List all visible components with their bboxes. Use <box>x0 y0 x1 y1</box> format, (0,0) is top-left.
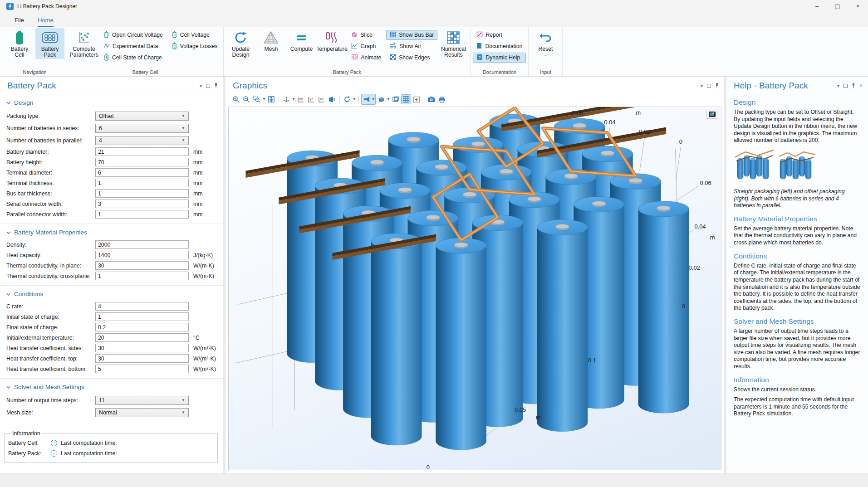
title-bar: Li Battery Pack Designer – ▢ × <box>0 0 868 12</box>
update-design-button[interactable]: Update Design <box>226 28 255 59</box>
dynamic-help-button[interactable]: ? Dynamic Help <box>473 53 526 63</box>
terminal-thickness-input[interactable]: 1 <box>95 179 189 187</box>
chevron-down-icon[interactable]: ▾ <box>837 83 839 88</box>
plot-window-icon[interactable] <box>706 110 717 119</box>
mesh-button[interactable]: Mesh <box>256 28 285 53</box>
battery-pack-button[interactable]: Battery Pack <box>35 28 64 59</box>
zoom-out-icon[interactable] <box>241 94 251 104</box>
tab-home[interactable]: Home <box>38 17 54 27</box>
section-solver-mesh[interactable]: Solver and Mesh Settings <box>0 379 223 394</box>
chevron-down-icon[interactable]: ▼ <box>292 97 295 101</box>
voltage-losses-button[interactable]: Voltage Losses <box>168 41 221 51</box>
battery-cell-button[interactable]: Battery Cell <box>5 28 34 59</box>
scene-light-icon[interactable] <box>362 94 372 104</box>
graphics-canvas[interactable]: 0.060.040.020m0.060.040.020m0.10.050m <box>228 107 721 470</box>
cell-voltage-button[interactable]: Cell Voltage <box>168 30 221 40</box>
batteries-in-series-select[interactable]: 6▼ <box>95 124 189 133</box>
view-xy-plane-icon[interactable]: xy <box>296 94 306 104</box>
terminal-diameter-input[interactable]: 6 <box>95 168 189 177</box>
straight-packaging-image <box>734 147 775 185</box>
heat-transfer-bottom-input[interactable]: 5 <box>95 365 189 373</box>
field-parallel-connector-width: Parallel connector width:1mm <box>0 209 223 219</box>
thermal-conductivity-in-plane-input[interactable]: 30 <box>95 261 189 270</box>
compute-parameters-button[interactable]: Compute Parameters <box>69 28 98 59</box>
density-input[interactable]: 2000 <box>95 240 189 249</box>
documentation-button[interactable]: Documentation <box>473 41 526 51</box>
view-xz-plane-icon[interactable]: xz <box>317 94 327 104</box>
section-battery-material-properties[interactable]: Battery Material Properties <box>0 224 223 239</box>
chevron-down-icon[interactable]: ▼ <box>262 97 266 101</box>
show-air-icon <box>390 43 397 50</box>
chevron-down-icon <box>6 386 10 389</box>
go-to-default-view-icon[interactable] <box>281 94 291 104</box>
battery-height-input[interactable]: 70 <box>95 158 189 166</box>
section-design[interactable]: Design <box>0 94 223 110</box>
initial-external-temperature-input[interactable]: 20 <box>95 333 189 342</box>
c-rate-input[interactable]: 4 <box>95 302 189 311</box>
packing-type-select[interactable]: Offset▼ <box>95 112 189 121</box>
heat-transfer-top-input[interactable]: 30 <box>95 354 189 363</box>
temperature-button[interactable]: Temperature <box>317 28 346 53</box>
close-button[interactable]: × <box>848 0 868 12</box>
show-edges-button[interactable]: Show Edges <box>386 53 437 63</box>
battery-diameter-input[interactable]: 21 <box>95 147 189 156</box>
view-frame-icon[interactable] <box>391 94 401 104</box>
animate-button[interactable]: Animate <box>348 53 385 63</box>
heat-capacity-input[interactable]: 1400 <box>95 251 189 259</box>
zoom-in-icon[interactable] <box>231 94 241 104</box>
battery-pack-3d-view[interactable]: 0.060.040.020m0.060.040.020m0.10.050m <box>229 107 721 470</box>
mesh-size-select[interactable]: Normal▼ <box>95 408 189 417</box>
batteries-in-parallel-select[interactable]: 4▼ <box>95 136 189 145</box>
minimize-button[interactable]: – <box>807 0 827 12</box>
view-axis-icon[interactable] <box>412 94 422 104</box>
pin-icon[interactable] <box>214 83 218 88</box>
chevron-down-icon[interactable]: ▼ <box>372 97 375 101</box>
show-air-button[interactable]: Show Air <box>386 41 437 51</box>
output-time-steps-select[interactable]: 11▼ <box>95 396 189 405</box>
maximize-button[interactable]: ▢ <box>827 0 848 12</box>
environment-icon[interactable] <box>376 94 386 104</box>
serial-connector-width-input[interactable]: 3 <box>95 200 189 208</box>
numerical-results-button[interactable]: Numerical Results <box>439 28 468 59</box>
bus-bar-thickness-input[interactable]: 1 <box>95 189 189 198</box>
svg-text:0.04: 0.04 <box>604 119 615 126</box>
initial-state-of-charge-input[interactable]: 1 <box>95 312 189 321</box>
compute-button[interactable]: Compute <box>287 28 316 53</box>
svg-text:xz: xz <box>320 97 324 101</box>
chevron-down-icon[interactable]: ▼ <box>387 97 390 101</box>
cell-state-of-charge-button[interactable]: Cell State of Charge <box>100 53 167 63</box>
open-circuit-voltage-button[interactable]: Open Circuit Voltage <box>100 30 167 40</box>
pin-icon[interactable] <box>715 83 719 88</box>
close-icon[interactable]: × <box>859 83 863 89</box>
thermal-conductivity-cross-plane-input[interactable]: 1 <box>95 272 189 280</box>
parallel-connector-width-input[interactable]: 1 <box>95 210 189 219</box>
chevron-down-icon[interactable]: ▾ <box>200 83 202 88</box>
float-panel-icon[interactable] <box>843 84 848 88</box>
pin-icon[interactable] <box>852 83 855 88</box>
report-button[interactable]: Report <box>473 30 526 40</box>
slice-button[interactable]: Slice <box>348 30 385 40</box>
float-panel-icon[interactable] <box>707 84 711 88</box>
final-state-of-charge-input[interactable]: 0.2 <box>95 323 189 331</box>
float-panel-icon[interactable] <box>206 84 210 88</box>
experimental-data-button[interactable]: Experimental Data <box>100 41 167 51</box>
chevron-down-icon[interactable]: ▼ <box>353 97 356 101</box>
reset-button[interactable]: Reset ⌄ <box>531 28 560 58</box>
graph-button[interactable]: Graph <box>348 41 385 51</box>
section-conditions[interactable]: Conditions <box>0 286 223 301</box>
show-grid-icon[interactable] <box>401 94 411 104</box>
zoom-box-icon[interactable] <box>252 94 262 104</box>
help-heading-information: Information <box>734 376 861 384</box>
rotate-icon[interactable] <box>342 94 352 104</box>
heat-transfer-sides-input[interactable]: 30 <box>95 344 189 352</box>
cell-state-of-charge-icon <box>103 54 109 62</box>
tab-file[interactable]: File <box>15 17 24 27</box>
chevron-down-icon[interactable]: ▾ <box>701 83 703 88</box>
orthographic-projection-icon[interactable] <box>327 94 337 104</box>
zoom-extents-icon[interactable] <box>266 94 276 104</box>
svg-text:0: 0 <box>427 464 430 470</box>
image-snapshot-icon[interactable] <box>427 94 436 104</box>
print-icon[interactable] <box>437 94 447 104</box>
view-yz-plane-icon[interactable]: yz <box>306 94 316 104</box>
show-bus-bar-button[interactable]: Show Bus Bar <box>386 30 437 40</box>
